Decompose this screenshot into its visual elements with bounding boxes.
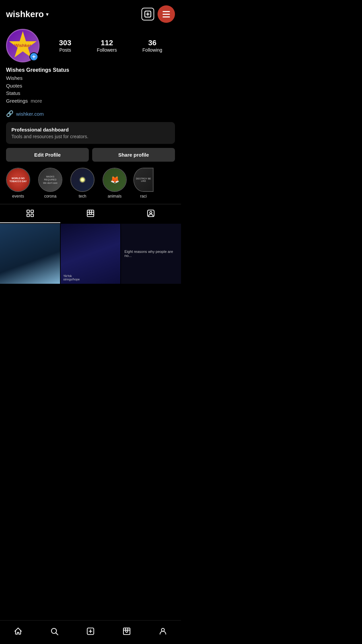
header-right — [141, 5, 175, 23]
reels-icon — [86, 209, 95, 218]
header: wishkero ▾ — [0, 0, 181, 25]
highlight-tech[interactable]: tech — [69, 168, 96, 199]
following-stat[interactable]: 36 Following — [142, 39, 162, 53]
highlight-corona[interactable]: MASKS REQUIREDWe don't care corona — [37, 168, 64, 199]
add-story-button[interactable]: + — [29, 52, 38, 61]
link-icon: 🔗 — [6, 110, 13, 117]
post-thumb-1[interactable] — [0, 224, 60, 284]
bio-line-3: Status — [6, 90, 175, 97]
highlight-img-raci: DESTROY BE LIKE — [134, 168, 153, 191]
svg-point-14 — [150, 212, 152, 214]
followers-label: Followers — [97, 47, 117, 53]
following-label: Following — [142, 47, 162, 53]
followers-count: 112 — [101, 39, 113, 47]
bio-line-4: Greetings more — [6, 97, 175, 105]
bio-line-1: Wishes — [6, 74, 175, 82]
highlight-animals[interactable]: 🦊 animals — [101, 168, 128, 199]
highlight-events[interactable]: WORLD NO TOBACCO DAY events — [5, 168, 32, 199]
dashboard-subtitle: Tools and resources just for creators. — [11, 134, 170, 139]
avatar-text: Wishker — [14, 43, 31, 48]
highlights-section: WORLD NO TOBACCO DAY events MASKS REQUIR… — [0, 168, 181, 204]
highlight-circle-corona: MASKS REQUIREDWe don't care — [38, 168, 62, 192]
highlight-img-events: WORLD NO TOBACCO DAY — [7, 168, 29, 191]
posts-count: 303 — [59, 39, 71, 47]
tabs-section — [0, 204, 181, 223]
post-text-3: Eight reasons why people are no... — [121, 246, 181, 261]
hamburger-icon — [163, 11, 170, 17]
professional-dashboard[interactable]: Professional dashboard Tools and resourc… — [6, 122, 175, 144]
header-left: wishkero ▾ — [6, 9, 49, 19]
tab-reels[interactable] — [60, 204, 121, 223]
svg-rect-4 — [31, 210, 34, 213]
bio-line-2: Quotes — [6, 82, 175, 90]
avatar[interactable]: Wishker + — [6, 29, 40, 62]
highlight-label-raci: raci — [140, 194, 146, 199]
posts-grid: TikTokstrings/hope Eight reasons why peo… — [0, 224, 181, 284]
highlight-label-corona: corona — [44, 194, 57, 199]
posts-stat[interactable]: 303 Posts — [59, 39, 71, 53]
svg-rect-6 — [31, 214, 34, 217]
tagged-icon — [146, 209, 155, 218]
dashboard-title: Professional dashboard — [11, 127, 170, 132]
post-text-2: TikTokstrings/hope — [62, 273, 81, 282]
followers-stat[interactable]: 112 Followers — [97, 39, 117, 53]
link-section: 🔗 wishker.com — [0, 109, 181, 122]
posts-label: Posts — [59, 47, 71, 53]
chevron-down-icon[interactable]: ▾ — [46, 11, 49, 17]
new-post-button[interactable] — [141, 8, 154, 20]
display-name: Wishes Greetings Status — [6, 67, 175, 73]
bio-section: Wishes Greetings Status Wishes Quotes St… — [0, 67, 181, 109]
highlight-img-animals: 🦊 — [103, 168, 126, 191]
stats-section: 303 Posts 112 Followers 36 Following — [46, 39, 175, 53]
headlight-decoration — [79, 176, 86, 183]
post-thumb-3[interactable]: Eight reasons why people are no... — [121, 224, 181, 284]
profile-link[interactable]: wishker.com — [16, 111, 44, 117]
highlight-img-tech — [71, 168, 94, 191]
highlight-raci[interactable]: DESTROY BE LIKE raci — [133, 168, 154, 199]
highlight-label-tech: tech — [79, 194, 86, 199]
svg-rect-7 — [87, 210, 94, 217]
menu-button[interactable] — [158, 5, 175, 23]
svg-rect-5 — [27, 214, 29, 217]
highlight-img-corona: MASKS REQUIREDWe don't care — [39, 168, 62, 191]
edit-profile-button[interactable]: Edit Profile — [6, 148, 89, 162]
highlight-circle-raci: DESTROY BE LIKE — [133, 168, 154, 192]
profile-section: Wishker + 303 Posts 112 Followers 36 Fol… — [0, 25, 181, 67]
highlight-label-animals: animals — [108, 194, 121, 199]
highlight-label-events: events — [12, 194, 24, 199]
highlight-circle-animals: 🦊 — [103, 168, 127, 192]
tab-grid[interactable] — [0, 204, 60, 223]
grid-icon — [26, 209, 35, 218]
action-buttons: Edit Profile Share profile — [0, 148, 181, 168]
following-count: 36 — [148, 39, 156, 47]
tab-tagged[interactable] — [121, 204, 181, 223]
highlight-circle-tech — [70, 168, 95, 192]
svg-rect-3 — [27, 210, 29, 213]
username-label[interactable]: wishkero — [6, 9, 44, 19]
highlight-circle-events: WORLD NO TOBACCO DAY — [6, 168, 30, 192]
share-profile-button[interactable]: Share profile — [92, 148, 175, 162]
post-thumb-2[interactable]: TikTokstrings/hope — [61, 224, 121, 284]
bio-more-button[interactable]: more — [31, 98, 42, 104]
